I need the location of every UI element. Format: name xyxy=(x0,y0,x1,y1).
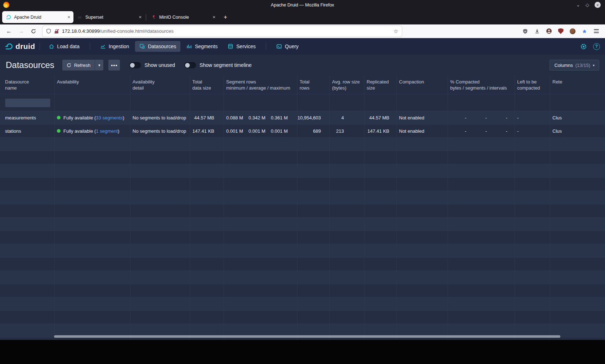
cell-percent-compacted: --- xyxy=(448,111,515,124)
ublock-origin-icon[interactable] xyxy=(557,28,564,35)
col-header-left-to-be-compacted[interactable]: Left to becompacted xyxy=(515,76,550,94)
nav-services[interactable]: Services xyxy=(223,41,260,52)
desktop-background xyxy=(0,340,605,364)
col-header-segment-rows[interactable]: Segment rowsminimum / average / maximum xyxy=(224,76,297,94)
col-header-availability[interactable]: Availability xyxy=(55,76,130,94)
col-header-total-rows[interactable]: Totalrows xyxy=(297,76,330,94)
nav-ingestion[interactable]: Ingestion xyxy=(96,41,134,52)
col-header-percent-compacted[interactable]: % Compactedbytes / segments / intervals xyxy=(448,76,515,94)
url-text[interactable]: 172.18.0.4:30899/unified-console.html#da… xyxy=(62,28,391,34)
table-row-measurements: measurements Fully available (33 segment… xyxy=(0,111,605,124)
tab-superset[interactable]: ∞ Superset × xyxy=(73,11,145,23)
cell-availability-detail: No segments to load/drop xyxy=(130,124,190,138)
table-row-stations: stations Fully available (1 segment) No … xyxy=(0,124,605,138)
nav-load-data[interactable]: Load data xyxy=(44,41,84,52)
cell-datasource-name: stations xyxy=(0,124,55,138)
insecure-connection-lock-icon[interactable] xyxy=(54,29,59,34)
cell-left-to-be-compacted: - xyxy=(515,111,550,124)
nav-label: Datasources xyxy=(148,44,176,49)
page-title: Datasources xyxy=(6,60,54,70)
switch-track[interactable] xyxy=(129,62,141,68)
cell-total-data-size: 44.57 MB xyxy=(190,111,224,124)
empty-table-row xyxy=(0,297,605,311)
extension-flower-icon[interactable]: * xyxy=(581,28,588,35)
cell-avg-row-size: 4 xyxy=(330,111,364,124)
druid-wordmark: druid xyxy=(15,42,35,51)
horizontal-scrollbar[interactable] xyxy=(54,335,560,338)
switch-knob xyxy=(185,63,190,68)
empty-table-row xyxy=(0,271,605,284)
segments-link[interactable]: 33 segments xyxy=(96,115,122,120)
table-filter-row xyxy=(0,94,605,111)
home-icon xyxy=(49,44,54,49)
switch-track[interactable] xyxy=(184,62,196,68)
tab-apache-druid[interactable]: Apache Druid × xyxy=(2,11,73,23)
cell-replicated-size: 44.57 MB xyxy=(364,111,397,124)
col-header-replicated-size[interactable]: Replicatedsize xyxy=(364,76,397,94)
cell-availability-detail: No segments to load/drop xyxy=(130,111,190,124)
cell-replicated-size: 147.41 KB xyxy=(364,124,397,138)
superset-favicon-icon: ∞ xyxy=(77,14,82,20)
columns-count: (13/15) xyxy=(575,63,590,68)
druid-logo[interactable]: druid xyxy=(5,42,35,51)
nav-label: Load data xyxy=(57,44,80,49)
tab-minio-console[interactable]: MinIO Console × xyxy=(147,11,219,23)
more-actions-button[interactable]: ••• xyxy=(108,60,120,70)
back-button[interactable]: ← xyxy=(4,26,14,36)
nav-segments[interactable]: Segments xyxy=(182,41,222,52)
bars-icon xyxy=(186,44,192,49)
cell-total-rows: 10,954,603 xyxy=(297,111,330,124)
profile-avatar-icon[interactable] xyxy=(569,28,576,35)
datasource-name-filter-input[interactable] xyxy=(5,98,50,107)
segments-link[interactable]: 1 segment xyxy=(96,128,118,134)
tracking-protection-shield-icon[interactable] xyxy=(46,28,51,34)
columns-label: Columns xyxy=(554,63,573,68)
col-header-datasource-name[interactable]: Datasourcename xyxy=(0,76,55,94)
nav-query[interactable]: Query xyxy=(272,41,303,52)
refresh-button[interactable]: Refresh xyxy=(62,60,95,70)
url-bar[interactable]: 172.18.0.4:30899/unified-console.html#da… xyxy=(42,26,402,37)
window-minimize-icon[interactable]: ⌄ xyxy=(576,3,580,7)
druid-spiral-icon xyxy=(5,42,13,50)
window-maximize-icon[interactable]: ◇ xyxy=(586,3,589,7)
col-header-avg-row-size[interactable]: Avg. row size(bytes) xyxy=(330,76,364,94)
col-header-availability-detail[interactable]: Availabilitydetail xyxy=(130,76,190,94)
nav-label: Ingestion xyxy=(109,44,129,49)
col-header-total-data-size[interactable]: Totaldata size xyxy=(190,76,224,94)
tab-close-icon[interactable]: × xyxy=(67,14,70,20)
menu-icon[interactable] xyxy=(593,28,600,35)
settings-gear-icon[interactable] xyxy=(580,43,587,50)
tab-close-icon[interactable]: × xyxy=(139,14,142,20)
empty-table-row xyxy=(0,311,605,324)
refresh-label: Refresh xyxy=(74,63,91,68)
stacked-tables-icon xyxy=(139,44,145,49)
window-title: Apache Druid — Mozilla Firefox xyxy=(0,3,605,8)
forward-button[interactable]: → xyxy=(16,26,27,36)
col-header-compaction[interactable]: Compaction xyxy=(397,76,448,94)
extension-badge-icon[interactable] xyxy=(521,28,529,35)
show-unused-switch[interactable]: Show unused xyxy=(129,62,175,68)
console-icon xyxy=(276,44,282,49)
druid-app-header: druid Load data Ingestion Datasources Se… xyxy=(0,38,605,55)
columns-button[interactable]: Columns (13/15) ▾ xyxy=(550,60,599,70)
cell-retention: Clus xyxy=(550,124,605,138)
new-tab-button[interactable]: + xyxy=(220,12,231,23)
help-icon[interactable]: ? xyxy=(593,43,600,50)
empty-table-row xyxy=(0,218,605,231)
col-header-retention[interactable]: Rete xyxy=(550,76,605,94)
show-segment-timeline-switch[interactable]: Show segment timeline xyxy=(184,62,252,68)
window-titlebar: Apache Druid — Mozilla Firefox ⌄ ◇ × xyxy=(0,0,605,10)
url-path: /unified-console.html#datasources xyxy=(100,28,174,34)
empty-table-row xyxy=(0,337,605,340)
nav-datasources[interactable]: Datasources xyxy=(135,41,181,52)
minio-favicon-icon xyxy=(151,14,156,20)
empty-table-row xyxy=(0,284,605,297)
window-close-icon[interactable]: × xyxy=(595,2,601,8)
refresh-dropdown-button[interactable]: ▾ xyxy=(95,60,103,70)
account-icon[interactable] xyxy=(545,28,552,35)
tab-close-icon[interactable]: × xyxy=(212,14,215,20)
downloads-icon[interactable] xyxy=(533,28,541,35)
bookmark-star-icon[interactable]: ☆ xyxy=(394,28,398,35)
reload-button[interactable] xyxy=(28,26,39,36)
browser-window: Apache Druid — Mozilla Firefox ⌄ ◇ × Apa… xyxy=(0,0,605,340)
